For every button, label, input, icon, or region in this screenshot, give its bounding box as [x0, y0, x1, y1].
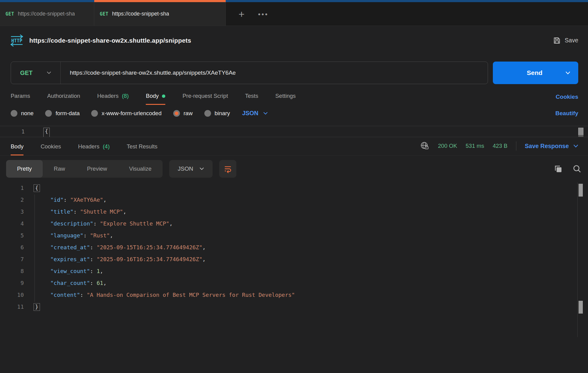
body-mode-binary[interactable]: binary — [204, 110, 230, 117]
response-tab-cookies[interactable]: Cookies — [41, 143, 61, 155]
body-modified-dot — [162, 94, 165, 98]
tab-method-label: GET — [5, 11, 14, 17]
editor-line-number: 1 — [21, 128, 25, 135]
beautify-link[interactable]: Beautify — [555, 110, 578, 117]
token-p: : — [80, 292, 87, 298]
code-line: 10"content": "A Hands-on Comparison of B… — [0, 289, 588, 301]
token-key: "created_at" — [50, 244, 90, 250]
line-content: "title": "Shuttle MCP", — [34, 208, 126, 215]
request-tab-headers[interactable]: Headers(8) — [97, 93, 129, 105]
request-tab-tests[interactable]: Tests — [245, 93, 258, 105]
scrollbar-track-border — [577, 183, 578, 337]
token-p: , — [203, 256, 206, 262]
send-button[interactable]: Send — [493, 62, 578, 84]
save-button[interactable]: Save — [553, 37, 578, 44]
line-number: 6 — [0, 244, 24, 250]
cookies-link[interactable]: Cookies — [556, 94, 578, 105]
method-dropdown[interactable]: GET — [11, 62, 60, 84]
tab-label: Settings — [275, 93, 296, 99]
code-line: 4"description": "Explore Shuttle MCP", — [0, 218, 588, 229]
token-key: "language" — [50, 232, 83, 239]
save-response-button[interactable]: Save Response — [525, 143, 578, 150]
response-tab-headers[interactable]: Headers(4) — [78, 143, 110, 155]
copy-response-button[interactable] — [553, 164, 563, 174]
token-brace: } — [34, 303, 40, 311]
line-content: "content": "A Hands-on Comparison of Bes… — [34, 292, 295, 298]
view-tab-visualize[interactable]: Visualize — [118, 160, 163, 178]
radio-icon — [204, 110, 211, 117]
body-mode-form-data[interactable]: form-data — [45, 110, 80, 117]
tab-label: Tests — [245, 93, 258, 99]
body-mode-row: noneform-datax-www-form-urlencodedrawbin… — [0, 105, 588, 117]
line-number: 11 — [0, 304, 24, 310]
chevron-down-icon — [199, 167, 204, 170]
request-tab-pre-request-script[interactable]: Pre-request Script — [182, 93, 228, 105]
response-time[interactable]: 531 ms — [466, 143, 484, 149]
request-tab-authorization[interactable]: Authorization — [47, 93, 80, 105]
line-content: "id": "XAeTY6Ae", — [34, 197, 106, 203]
token-p: : — [90, 256, 97, 262]
code-line: 11} — [0, 301, 588, 313]
view-tab-pretty[interactable]: Pretty — [6, 160, 43, 178]
token-p: : — [93, 220, 100, 227]
code-line: 1{ — [0, 182, 588, 194]
editor-scrollbar-thumb[interactable] — [578, 128, 583, 136]
request-tab-params[interactable]: Params — [11, 93, 30, 105]
request-tab-bar: GEThttps://code-snippet-shaGEThttps://co… — [0, 2, 588, 26]
raw-type-dropdown[interactable]: JSON — [242, 110, 268, 117]
request-body-editor[interactable]: 1 { — [0, 126, 588, 137]
url-input[interactable] — [61, 69, 488, 76]
request-tab-settings[interactable]: Settings — [275, 93, 296, 105]
body-mode-none[interactable]: none — [11, 110, 34, 117]
line-content: { — [34, 185, 40, 191]
token-p: , — [110, 232, 113, 239]
editor-scrollbar-track[interactable] — [578, 135, 583, 137]
search-response-button[interactable] — [572, 164, 582, 174]
token-str: "Explore Shuttle MCP" — [100, 220, 170, 227]
body-mode-raw[interactable]: raw — [173, 110, 193, 117]
wrap-text-button[interactable] — [219, 160, 236, 178]
tab-label: Cookies — [41, 143, 61, 150]
tab-label: Test Results — [127, 143, 158, 150]
response-body-viewer: 1{2"id": "XAeTY6Ae",3"title": "Shuttle M… — [0, 182, 588, 337]
line-number: 4 — [0, 220, 24, 227]
response-tab-test-results[interactable]: Test Results — [127, 143, 158, 155]
response-size[interactable]: 423 B — [493, 143, 507, 149]
chevron-down-icon — [573, 144, 578, 148]
response-scrollbar-thumb[interactable] — [579, 184, 583, 197]
response-toolbar: PrettyRawPreviewVisualize JSON — [6, 160, 582, 178]
line-number: 3 — [0, 208, 24, 215]
request-tab[interactable]: GEThttps://code-snippet-sha — [94, 2, 226, 26]
request-tab-body[interactable]: Body — [146, 93, 165, 105]
url-input-box: GET — [11, 62, 488, 84]
response-nav: BodyCookiesHeaders(4)Test Results 200 OK… — [0, 137, 588, 156]
line-content: "expires_at": "2025-09-16T16:25:34.77464… — [34, 256, 206, 262]
token-p: , — [103, 280, 106, 286]
code-line: 3"title": "Shuttle MCP", — [0, 206, 588, 218]
active-tab-indicator — [94, 0, 226, 2]
new-tab-button[interactable]: + — [238, 9, 245, 19]
radio-icon — [45, 110, 52, 117]
body-mode-x-www-form-urlencoded[interactable]: x-www-form-urlencoded — [91, 110, 161, 117]
response-scrollbar-thumb-lower[interactable] — [579, 301, 583, 314]
token-p: : — [83, 232, 90, 239]
request-tab[interactable]: GEThttps://code-snippet-sha — [0, 2, 94, 26]
line-content: } — [34, 304, 40, 310]
tab-label: Params — [11, 93, 30, 99]
status-code[interactable]: 200 OK — [438, 143, 457, 149]
response-format-dropdown[interactable]: JSON — [169, 160, 213, 178]
view-tab-preview[interactable]: Preview — [76, 160, 118, 178]
token-p: , — [203, 244, 206, 250]
tab-options-button[interactable]: ●●● — [258, 12, 268, 16]
method-label: GET — [20, 69, 33, 76]
network-globe-lock-icon[interactable] — [420, 141, 429, 151]
token-p: : — [90, 244, 97, 250]
view-tab-raw[interactable]: Raw — [43, 160, 76, 178]
tab-url-label: https://code-snippet-sha — [112, 11, 169, 17]
token-brace: { — [34, 184, 40, 192]
token-p: , — [100, 268, 103, 274]
line-number: 1 — [0, 185, 24, 191]
response-tab-body[interactable]: Body — [11, 143, 23, 155]
code-line: 2"id": "XAeTY6Ae", — [0, 194, 588, 206]
token-num: 1 — [97, 268, 100, 274]
